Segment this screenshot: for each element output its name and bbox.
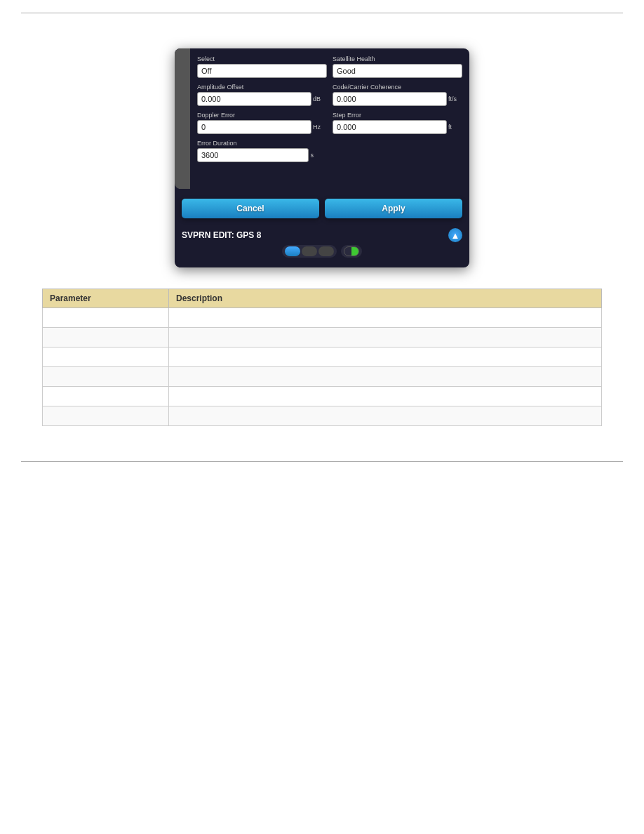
amplitude-offset-input[interactable] [197, 92, 311, 106]
toggle-btn-3[interactable] [318, 246, 334, 256]
toggle-group-left [282, 245, 337, 258]
table-cell-col2 [169, 348, 602, 367]
field-doppler-error: Doppler Error Hz [197, 112, 327, 134]
bottom-divider [21, 461, 623, 462]
table-cell-col1 [43, 367, 169, 387]
table-row [43, 328, 602, 348]
table-row [43, 406, 602, 426]
data-table: Parameter Description [42, 289, 602, 426]
error-duration-label: Error Duration [197, 140, 324, 147]
toggle-btn-4[interactable] [344, 246, 359, 256]
toggle-group-right [341, 245, 362, 258]
row4-spacer [330, 140, 462, 162]
select-input-wrap [197, 64, 327, 78]
field-satellite-health: Satellite Health [333, 55, 462, 78]
dialog-outer: Select Satellite Health [175, 48, 469, 267]
table-cell-col1 [43, 308, 169, 328]
table-row [43, 348, 602, 367]
error-duration-input-wrap: s [197, 148, 324, 162]
step-error-input[interactable] [333, 120, 447, 134]
code-carrier-input[interactable] [333, 92, 447, 106]
dialog-row-3: Doppler Error Hz Step Error ft [197, 112, 462, 134]
table-cell-col1 [43, 348, 169, 367]
dialog-wrapper: Select Satellite Health [42, 48, 602, 267]
amplitude-offset-label: Amplitude Offset [197, 84, 327, 91]
code-carrier-label: Code/Carrier Coherence [333, 84, 462, 91]
field-error-duration: Error Duration s [197, 140, 324, 162]
cancel-button[interactable]: Cancel [182, 199, 319, 218]
table-cell-col2 [169, 308, 602, 328]
satellite-health-input-wrap [333, 64, 462, 78]
step-error-unit: ft [448, 124, 462, 131]
doppler-error-input-wrap: Hz [197, 120, 327, 134]
step-error-input-wrap: ft [333, 120, 462, 134]
dialog-row-4: Error Duration s [197, 140, 462, 162]
step-error-label: Step Error [333, 112, 462, 119]
amplitude-offset-unit: dB [313, 95, 327, 102]
satellite-health-input[interactable] [333, 64, 462, 78]
table-row [43, 387, 602, 406]
info-icon[interactable]: ▲ [448, 228, 462, 242]
code-carrier-input-wrap: ft/s [333, 92, 462, 106]
dialog-main: Select Satellite Health [190, 48, 469, 189]
field-amplitude-offset: Amplitude Offset dB [197, 84, 327, 106]
col2-header: Description [169, 289, 602, 308]
dialog-row-2: Amplitude Offset dB Code/Carrier Coheren… [197, 84, 462, 106]
dialog-footer: SVPRN EDIT: GPS 8 ▲ [175, 224, 469, 242]
toggle-btn-2[interactable] [302, 246, 317, 256]
dialog-buttons: Cancel Apply [182, 199, 462, 218]
table-cell-col2 [169, 406, 602, 426]
code-carrier-unit: ft/s [448, 95, 462, 102]
doppler-error-input[interactable] [197, 120, 311, 134]
select-input[interactable] [197, 64, 327, 78]
field-step-error: Step Error ft [333, 112, 462, 134]
table-header-row: Parameter Description [43, 289, 602, 308]
error-duration-unit: s [310, 152, 324, 159]
col1-header: Parameter [43, 289, 169, 308]
field-code-carrier: Code/Carrier Coherence ft/s [333, 84, 462, 106]
table-cell-col2 [169, 328, 602, 348]
satellite-health-label: Satellite Health [333, 55, 462, 62]
table-row [43, 308, 602, 328]
apply-button[interactable]: Apply [325, 199, 462, 218]
table-cell-col2 [169, 367, 602, 387]
page-content: Select Satellite Health [0, 13, 644, 440]
toggle-btn-1[interactable] [285, 246, 300, 256]
dialog-sidebar [175, 48, 190, 189]
table-cell-col1 [43, 328, 169, 348]
dialog-title: SVPRN EDIT: GPS 8 [182, 230, 448, 240]
dialog-row-1: Select Satellite Health [197, 55, 462, 78]
table-cell-col1 [43, 406, 169, 426]
field-select: Select [197, 55, 327, 78]
dialog-inner: Select Satellite Health [175, 48, 469, 189]
amplitude-offset-input-wrap: dB [197, 92, 327, 106]
table-cell-col1 [43, 387, 169, 406]
doppler-error-label: Doppler Error [197, 112, 327, 119]
error-duration-input[interactable] [197, 148, 309, 162]
doppler-error-unit: Hz [313, 124, 327, 131]
select-label: Select [197, 55, 327, 62]
table-row [43, 367, 602, 387]
dialog-controls [175, 245, 469, 258]
table-cell-col2 [169, 387, 602, 406]
